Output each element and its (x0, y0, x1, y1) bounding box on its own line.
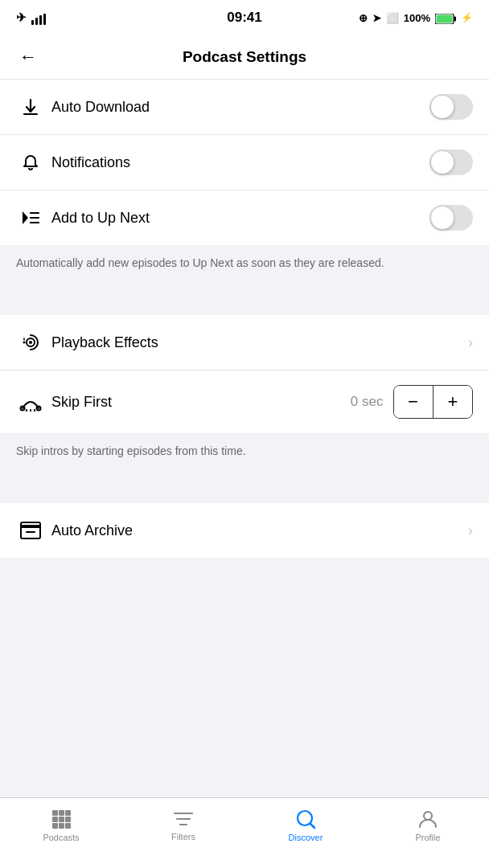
status-right: ⊕ ➤ ⬜ 100% ⚡ (359, 11, 473, 23)
back-button[interactable]: ← (13, 40, 43, 74)
playback-effects-icon (16, 332, 45, 353)
svg-rect-26 (52, 817, 58, 822)
svg-point-37 (424, 812, 432, 820)
podcasts-nav-icon (51, 806, 72, 829)
skip-first-label: Skip First (45, 394, 351, 411)
svg-rect-27 (59, 817, 64, 822)
notifications-icon (16, 153, 45, 172)
svg-rect-31 (65, 823, 71, 829)
profile-nav-icon (417, 806, 438, 829)
svg-rect-30 (59, 823, 64, 829)
charging-icon: ⚡ (461, 12, 473, 23)
nav-item-podcasts[interactable]: Podcasts (0, 806, 122, 842)
gap-4 (0, 558, 489, 622)
status-time: 09:41 (227, 10, 261, 26)
arrow-icon: ➤ (372, 12, 381, 24)
add-to-up-next-label: Add to Up Next (45, 210, 429, 227)
status-bar: ✈ 09:41 ⊕ ➤ ⬜ 100% ⚡ (0, 0, 489, 35)
nav-item-profile[interactable]: Profile (367, 806, 489, 842)
auto-archive-icon (16, 522, 45, 539)
svg-point-14 (23, 342, 26, 344)
signal-icon (31, 10, 46, 24)
svg-rect-29 (52, 823, 58, 829)
screen-icon: ⬜ (386, 12, 399, 24)
notifications-row: Notifications (0, 135, 489, 190)
section-archive: Auto Archive › (0, 503, 489, 558)
auto-archive-label: Auto Archive (45, 522, 468, 539)
settings-content: Auto Download Notifications (0, 80, 489, 797)
filters-nav-icon (173, 806, 194, 829)
auto-download-row: Auto Download (0, 80, 489, 135)
skip-first-stepper: − + (393, 385, 474, 419)
skip-decrement-button[interactable]: − (394, 386, 433, 418)
svg-rect-3 (43, 14, 46, 25)
svg-rect-25 (65, 810, 71, 816)
add-to-up-next-toggle[interactable] (429, 205, 473, 231)
skip-increment-button[interactable]: + (434, 386, 472, 418)
svg-rect-1 (35, 18, 38, 25)
nav-item-filters[interactable]: Filters (122, 806, 244, 841)
svg-rect-23 (52, 810, 58, 816)
svg-line-36 (310, 824, 314, 828)
auto-archive-chevron: › (468, 522, 473, 539)
section-toggles: Auto Download Notifications (0, 80, 489, 245)
skip-first-icon (16, 392, 45, 411)
nav-item-discover[interactable]: Discover (244, 806, 367, 842)
gap-3 (0, 474, 489, 503)
bottom-nav: Podcasts Filters Discover Profil (0, 797, 489, 868)
battery-icon (435, 11, 456, 23)
notifications-label: Notifications (45, 154, 429, 171)
add-to-up-next-icon (16, 210, 45, 226)
svg-rect-0 (31, 20, 34, 25)
section-playback: Playback Effects › (0, 315, 489, 370)
playback-effects-label: Playback Effects (45, 334, 468, 351)
gap-1 (0, 286, 489, 315)
battery-label: 100% (404, 12, 430, 24)
auto-download-label: Auto Download (45, 99, 429, 116)
add-to-up-next-description: Automatically add new episodes to Up Nex… (0, 245, 489, 286)
section-skip: Skip First 0 sec − + (0, 371, 489, 433)
auto-archive-row[interactable]: Auto Archive › (0, 503, 489, 558)
podcasts-nav-label: Podcasts (43, 833, 79, 842)
svg-rect-2 (39, 15, 42, 25)
svg-rect-5 (454, 16, 457, 21)
profile-nav-label: Profile (415, 833, 440, 842)
auto-download-toggle[interactable] (429, 94, 473, 120)
filters-nav-label: Filters (171, 832, 195, 841)
playback-effects-chevron: › (468, 334, 473, 351)
svg-rect-24 (59, 810, 64, 816)
discover-nav-label: Discover (289, 833, 323, 842)
skip-first-row: Skip First 0 sec − + (0, 371, 489, 433)
location-icon: ⊕ (359, 12, 368, 24)
nav-header: ← Podcast Settings (0, 35, 489, 80)
svg-rect-6 (437, 14, 453, 23)
svg-point-13 (29, 341, 32, 344)
discover-nav-icon (295, 806, 316, 829)
skip-first-description: Skip intros by starting episodes from th… (0, 433, 489, 474)
playback-effects-row[interactable]: Playback Effects › (0, 315, 489, 370)
status-left: ✈ (16, 10, 46, 25)
airplane-icon: ✈ (16, 10, 27, 25)
skip-first-value: 0 sec (351, 394, 384, 410)
page-title: Podcast Settings (183, 48, 306, 66)
auto-download-icon (16, 97, 45, 117)
svg-rect-28 (65, 817, 71, 822)
add-to-up-next-row: Add to Up Next (0, 190, 489, 245)
notifications-toggle[interactable] (429, 149, 473, 175)
svg-marker-8 (23, 211, 28, 224)
